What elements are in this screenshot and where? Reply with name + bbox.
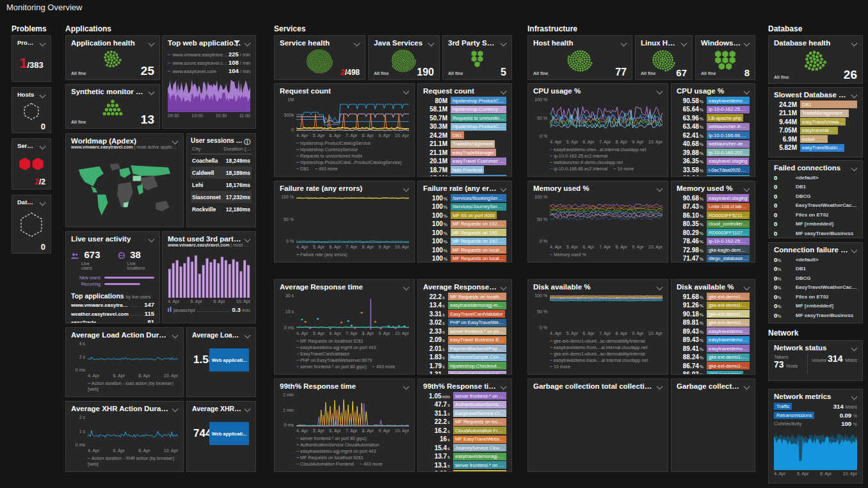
list-row[interactable]: 89.81%gke-ext-demo1-ubunt... xyxy=(677,319,750,327)
failure-rate-list-tile[interactable]: Failure rate (any errors) 100%/services/… xyxy=(417,181,512,263)
list-row[interactable]: 100%MF Requests on localhost:9285 xyxy=(423,255,506,263)
avg-response-list-tile[interactable]: Average Response time 22.2sMF Requests o… xyxy=(417,279,512,375)
list-row[interactable]: 9.29sangular*:80 CloudAutomation xyxy=(423,470,506,473)
list-row[interactable]: 90.68%easytravel.staging xyxy=(677,194,750,202)
list-item[interactable]: www.vmware.easytravel.com147 xyxy=(71,301,154,308)
list-item[interactable]: easyTrade81 xyxy=(71,318,154,323)
disk-available-chart-tile[interactable]: Disk available % 100 %50 %0 %4. Apr5. Ap… xyxy=(527,279,668,375)
connection-failure-tile[interactable]: Connection failure rate 0%<default>0%DB1… xyxy=(768,242,863,323)
list-row[interactable]: 71.47%diego_database/7e82... xyxy=(677,255,750,263)
slowest-database-tile[interactable]: Slowest Database - 99th... 24.2MDB121.1M… xyxy=(768,87,863,158)
third-party-services-tile[interactable]: 3rd Party Services All fine 5 xyxy=(442,35,512,80)
problems-tile[interactable]: Problems 1/383 xyxy=(12,35,51,82)
list-row[interactable]: 86.10%RD0003FF5211CF xyxy=(677,211,750,219)
list-row[interactable]: 58.1Mhipstershop.CurrencyService xyxy=(423,106,506,113)
databases-problems-tile[interactable]: Databa... 0 xyxy=(12,195,51,254)
list-row[interactable]: 5.82MeasyTravelBusiness CloudAuto... xyxy=(774,144,857,152)
p99-response-chart-tile[interactable]: 99th% Response time 2 min1 min0 ms4. Apr… xyxy=(274,378,415,472)
legend-item[interactable]: ~hipstershop.CurrencyService xyxy=(296,147,358,152)
list-row[interactable]: 1.83sReferenceSample.Controller.Azure xyxy=(423,354,506,361)
table-row[interactable]: Lehi18,176ms xyxy=(191,179,252,191)
list-row[interactable]: 100%MF Requests on 192.168.83.245:21 xyxy=(423,220,506,228)
web-application-badge[interactable]: Web applicati... xyxy=(209,348,249,371)
list-row[interactable]: 2.01sPaymentBackend/PaymentReg... xyxy=(423,345,506,352)
avg-xhr-action-tile[interactable]: Average XHR Action Duration 2 s1 s0 ms4.… xyxy=(65,401,184,472)
list-row[interactable]: 88.24%gke-ext-demo1-ubunt... xyxy=(677,354,750,361)
legend-item[interactable]: ~easytraveldemo-front-...al.internal.clo… xyxy=(550,345,647,350)
list-row[interactable]: 100%MF Requests on 192.168.83.245:25 xyxy=(423,229,506,236)
legend-item[interactable]: ~hipstershop.ProductCatal...ProductCatal… xyxy=(296,159,401,165)
list-row[interactable]: 30.64%ip-10-0-168-115.ec2.int... xyxy=(677,175,750,177)
failed-connections-tile[interactable]: Failed connections 0<default>0DB10DBCG0E… xyxy=(768,160,863,238)
avg-response-chart-tile[interactable]: Average Response time 30 s15 s0 ms4. Apr… xyxy=(274,279,415,375)
list-row[interactable]: 63.48%weblauncher-#-dem... xyxy=(677,123,750,131)
list-row[interactable]: 89.41%easytraveldemo-back... xyxy=(677,345,750,352)
most-used-3rd-parties-tile[interactable]: Most used 3rd parties www.vmware.easytra… xyxy=(162,231,256,323)
legend-item[interactable]: ~easytraveldemo-agj-mgmt on port 443 xyxy=(296,345,376,350)
legend-item[interactable]: ~DB1 xyxy=(296,166,309,172)
legend-item[interactable]: ~MF Requests on localhost:9281 xyxy=(296,338,364,344)
list-row[interactable]: 80Mhipstershop.ProductCatalogSe... xyxy=(423,97,506,104)
javascript-legend-row[interactable]: javascript 0.3 /min xyxy=(168,306,250,313)
table-row[interactable]: Coachella18,249ms xyxy=(191,154,252,167)
legend-item[interactable]: ~ip-10-0-162-25.ec2.internal xyxy=(550,153,607,159)
list-row[interactable]: 20.1MeasyTravel Customer Frontend xyxy=(423,158,506,165)
windows-hosts-tile[interactable]: Windows H... All fine 8 xyxy=(695,35,755,80)
list-row[interactable]: 21.1MeasyTradeManager xyxy=(423,149,506,156)
gc-total-time-tile[interactable]: Garbage collection total collection time xyxy=(527,378,668,472)
legend-item[interactable]: ~gke-ext-demo1-ubunt...ac-demoability/in… xyxy=(550,338,645,344)
list-row[interactable]: 91.26%gke-ext-demo1-ubunt... xyxy=(677,302,750,309)
synthetic-health-tile[interactable]: Synthetic monitor health All fine 13 xyxy=(65,84,160,129)
p99-response-list-tile[interactable]: 99th% Response time 1.05minserver fronte… xyxy=(417,378,512,472)
list-item[interactable]: ~www.azure.easytravel.com108/ min xyxy=(168,59,250,66)
legend-item[interactable]: ~493 more xyxy=(373,364,396,370)
list-row[interactable]: 86.74%gke-ext-demo1-ubunt... xyxy=(677,362,750,370)
live-user-activity-tile[interactable]: Live user activity 673 Live users 38 Liv… xyxy=(65,231,160,323)
list-row[interactable]: 18.7Mfads Frontend xyxy=(423,166,506,174)
legend-item[interactable]: ~easytraveldemo-back-...al.internal.clou… xyxy=(550,357,648,363)
list-row[interactable]: 21.1MTradeManagement xyxy=(423,140,506,148)
legend-item[interactable]: ~AuthenticationService CloudAutomation xyxy=(296,442,379,448)
application-health-tile[interactable]: Application health All fine 25 xyxy=(65,35,160,80)
list-row[interactable]: 16.2sCloudAutomation Frontend xyxy=(423,427,506,434)
request-count-list-tile[interactable]: Request count 80Mhipstershop.ProductCata… xyxy=(417,83,512,177)
user-sessions-tile[interactable]: User sessions qu... ⓘ CityDuration (...C… xyxy=(186,133,256,227)
list-row[interactable]: 0%MF easyTravelBusiness xyxy=(774,312,857,319)
legend-item[interactable]: ~MF Requests on localhost:9281 xyxy=(296,455,364,460)
list-row[interactable]: 24.2MDB1 xyxy=(774,101,857,108)
avg-load-action-tile[interactable]: Average Load Action Duration 4 s2 s0 ms4… xyxy=(65,327,184,397)
list-item[interactable]: ~www.vmware.easytravel.com225/ min xyxy=(168,51,250,58)
list-row[interactable]: 100%MF IIS on port 9000 xyxy=(423,211,506,219)
network-metrics-tile[interactable]: Network metrics Traffic314 Mbit/sRetrans… xyxy=(768,389,863,484)
list-row[interactable]: 13.4seasytraveldemoragj-mgmt on ... xyxy=(423,302,506,309)
list-row[interactable]: 3.31sEasyTravelCardValidator xyxy=(423,310,506,318)
hosts-problems-tile[interactable]: Hosts 0 xyxy=(12,87,51,133)
legend-item[interactable]: ~easytraveldemo-clien...al.internal.clou… xyxy=(550,147,646,152)
list-item[interactable]: weather.easytravel.com115 xyxy=(71,310,154,317)
list-row[interactable]: 22.2sMF Requests on localhost:9281 xyxy=(423,418,506,426)
legend-item[interactable]: ~PHP on EasyTravelWebserver:8079 xyxy=(296,357,372,363)
metric-row[interactable]: Connectivity100 % xyxy=(774,420,857,427)
list-row[interactable]: 24.2MDB1 xyxy=(423,131,506,139)
list-row[interactable]: 100%/services/JourneyService/ on go... xyxy=(423,203,506,211)
list-row[interactable]: 50.7MRequests to unmonitored hosts xyxy=(423,114,506,122)
list-row[interactable]: 9.44MeasyTravelVmware-Business xyxy=(774,118,857,126)
list-item[interactable]: ~www.easytravel.com104/ min xyxy=(168,67,250,74)
legend-item[interactable]: ~hipstershop.ProductCatalogService xyxy=(296,140,371,146)
legend-item[interactable]: ~easytraveldemo-agj-mgmt on port 443 xyxy=(296,448,376,454)
top-web-applications-tile[interactable]: Top web applications ~www.vmware.easytra… xyxy=(162,35,256,129)
list-row[interactable]: 0DBCG xyxy=(774,193,857,200)
list-row[interactable]: 1.05minserver frontend-* on port 80 ... xyxy=(423,392,506,400)
metric-row[interactable]: Retransmissions0.09 % xyxy=(774,412,857,419)
list-row[interactable]: 0%DB1 xyxy=(774,265,857,272)
legend-item[interactable]: ~Memory used % xyxy=(550,252,586,257)
services-problems-tile[interactable]: Services 2/2 xyxy=(12,138,51,190)
metric-row[interactable]: Traffic314 Mbit/s xyxy=(774,403,857,410)
list-row[interactable]: 80.29%RD0003FF110786 xyxy=(677,229,750,236)
filter-icon[interactable] xyxy=(234,40,240,47)
cpu-usage-chart-tile[interactable]: CPU usage % 100 %50 %0 %4. Apr5. Apr6. A… xyxy=(527,83,668,177)
list-row[interactable]: 39.88%ip-10-0-160-202.ec2.in... xyxy=(677,149,750,156)
list-row[interactable]: 0Files on ET02 xyxy=(774,211,857,218)
list-row[interactable]: 16sMF EasyTravelWebserver:9009 xyxy=(423,435,506,443)
list-row[interactable]: 0<default> xyxy=(774,174,857,181)
